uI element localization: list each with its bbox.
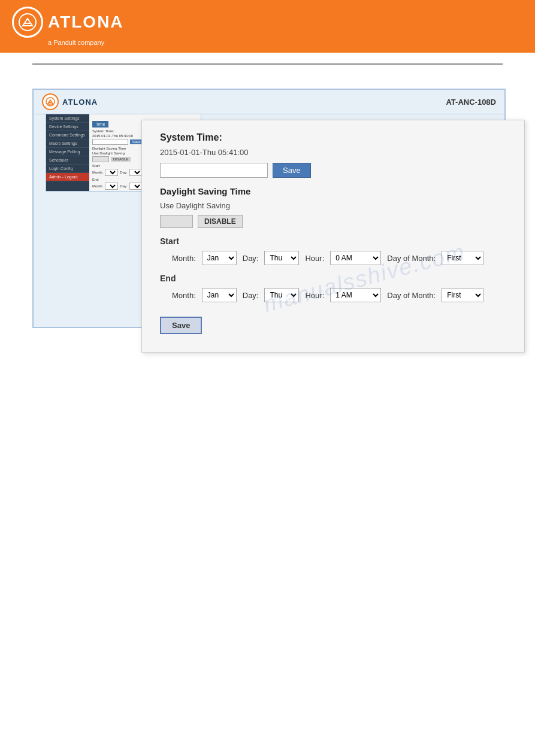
system-time-value: 2015-01-01-Thu 05:41:00: [160, 148, 506, 157]
end-section-label: End: [160, 274, 506, 283]
thumb-toggle: [92, 156, 109, 162]
thumb-day-label: Day:: [120, 171, 127, 174]
system-time-input-row: Save: [160, 163, 506, 178]
thumb-menu-login: Login Config: [46, 165, 89, 173]
start-hour-select[interactable]: 0 AM1 AM2 AM3 AM 4 AM5 AM6 AM7 AM 8 AM9 …: [330, 251, 381, 265]
end-month-label: Month:: [172, 291, 196, 300]
thumb-menu-message: Message Polling: [46, 148, 89, 156]
dst-section-title: Daylight Saving Time: [160, 186, 506, 196]
start-day-select[interactable]: SunMonTueWed ThuFriSat: [264, 251, 299, 265]
use-dst-label: Use Daylight Saving: [160, 201, 506, 210]
system-time-save-button[interactable]: Save: [273, 163, 311, 178]
main-content: ATLONA AT-ANC-108D System Settings Devic…: [0, 65, 535, 340]
start-dom-select[interactable]: FirstSecondThird FourthLast: [442, 251, 483, 265]
bottom-save-button[interactable]: Save: [160, 317, 202, 334]
thumb-menu-command: Command Settings: [46, 131, 89, 139]
thumb-menu-system: System Settings: [46, 114, 89, 123]
thumb-tab-time: Time: [92, 121, 108, 127]
system-time-title: System Time:: [160, 132, 506, 143]
end-hour-select[interactable]: 0 AM1 AM2 AM3 AM 4 AM5 AM6 AM7 AM 8 AM9 …: [330, 288, 381, 302]
header-logo: ATLONA a Panduit company: [12, 7, 124, 46]
thumb-end-month-label: Month:: [92, 184, 103, 188]
device-model: AT-ANC-108D: [446, 98, 496, 107]
end-dom-select[interactable]: FirstSecondThird FourthLast: [442, 288, 483, 302]
start-hour-label: Hour:: [305, 254, 324, 263]
thumb-day-end[interactable]: Thu: [129, 183, 143, 190]
start-dom-label: Day of Month:: [387, 254, 436, 263]
time-dialog-panel: System Time: 2015-01-01-Thu 05:41:00 Sav…: [141, 120, 525, 353]
thumbnail-sidebar: System Settings Device Settings Command …: [46, 114, 89, 191]
device-frame-header: ATLONA AT-ANC-108D: [34, 90, 504, 114]
thumb-end-day-label: Day:: [120, 184, 127, 188]
page-header: ATLONA a Panduit company: [0, 0, 535, 53]
system-time-input[interactable]: [160, 163, 268, 178]
end-day-select[interactable]: SunMonTueWed ThuFriSat: [264, 288, 299, 302]
dst-disable-button[interactable]: DISABLE: [198, 215, 243, 228]
end-day-label: Day:: [243, 291, 259, 300]
svg-point-1: [46, 98, 55, 106]
start-section-label: Start: [160, 236, 506, 246]
atlona-logo-icon: [12, 7, 43, 38]
end-hour-label: Hour:: [305, 291, 324, 300]
thumb-menu-logout: Admin - Logout: [46, 173, 89, 181]
thumb-disable-btn[interactable]: DISABLE: [111, 157, 131, 162]
end-dom-label: Day of Month:: [387, 291, 436, 300]
end-row: Month: JanFebMarApr MayJunJulAug SepOctN…: [172, 288, 506, 302]
start-day-label: Day:: [243, 254, 259, 263]
device-frame: ATLONA AT-ANC-108D System Settings Devic…: [32, 89, 506, 328]
thumb-month-label: Month:: [92, 171, 103, 174]
device-logo-icon: [42, 93, 59, 110]
brand-name: ATLONA: [48, 13, 124, 32]
start-month-label: Month:: [172, 254, 196, 263]
end-month-select[interactable]: JanFebMarApr MayJunJulAug SepOctNovDec: [202, 288, 237, 302]
thumb-month-end[interactable]: Jan: [105, 183, 118, 190]
start-row: Month: JanFebMarApr MayJunJulAug SepOctN…: [172, 251, 506, 265]
device-logo: ATLONA: [42, 93, 98, 110]
dst-toggle-box[interactable]: [160, 215, 193, 228]
sub-brand: a Panduit company: [48, 39, 104, 46]
thumb-menu-device: Device Settings: [46, 123, 89, 131]
thumb-day-start[interactable]: Thu: [129, 169, 143, 176]
dst-toggle-row: DISABLE: [160, 215, 506, 228]
svg-point-0: [19, 14, 36, 31]
thumb-menu-macro: Macro Settings: [46, 139, 89, 148]
device-atlona-label: ATLONA: [62, 98, 98, 107]
thumb-month-start[interactable]: Jan: [105, 169, 118, 176]
start-month-select[interactable]: JanFebMarApr MayJunJulAug SepOctNovDec: [202, 251, 237, 265]
thumb-menu-scheduler: Scheduler: [46, 156, 89, 165]
thumb-time-input[interactable]: [92, 139, 128, 145]
